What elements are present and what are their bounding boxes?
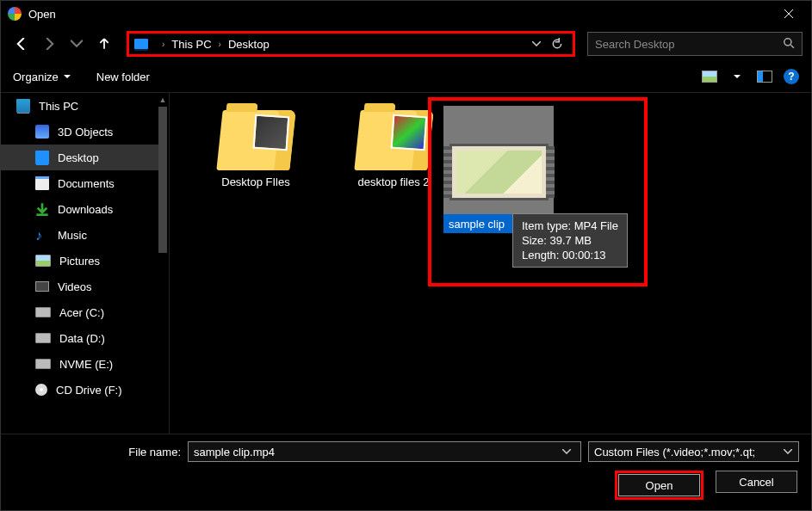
search-input[interactable]: Search Desktop (587, 32, 803, 56)
dialog-footer: File name: sample clip.mp4 Custom Files … (1, 434, 811, 510)
navigation-row: › This PC › Desktop Search Desktop (1, 27, 811, 61)
new-folder-button[interactable]: New folder (96, 71, 150, 83)
up-button[interactable] (92, 32, 116, 56)
chevron-icon: › (219, 40, 221, 49)
chrome-icon (8, 7, 22, 21)
sidebar-item-videos[interactable]: Videos (1, 274, 164, 299)
folder-icon (354, 110, 433, 170)
pictures-icon (35, 255, 51, 267)
open-dialog-window: Open › This PC › Desktop Search Desktop … (0, 0, 812, 511)
music-icon: ♪ (35, 228, 49, 242)
document-icon (35, 176, 49, 190)
filetype-select[interactable]: Custom Files (*.video;*.mov;*.qt; (588, 441, 799, 462)
view-mode-button[interactable] (699, 66, 720, 87)
sidebar-item-this-pc[interactable]: This PC (1, 93, 164, 119)
sidebar-item-pictures[interactable]: Pictures (1, 248, 164, 274)
back-button[interactable] (9, 32, 34, 56)
hdd-icon (35, 359, 51, 369)
filename-dropdown[interactable] (558, 449, 575, 454)
forward-button[interactable] (37, 32, 61, 56)
file-tooltip: Item type: MP4 File Size: 39.7 MB Length… (512, 213, 628, 268)
folder-icon (216, 110, 295, 170)
tooltip-length: Length: 00:00:13 (522, 249, 618, 262)
sidebar-item-desktop[interactable]: Desktop (1, 145, 164, 170)
svg-line-3 (790, 45, 794, 48)
toolbar: Organize New folder ? (1, 61, 811, 92)
breadcrumb-root[interactable]: This PC (171, 38, 211, 51)
sidebar-item-3d-objects[interactable]: 3D Objects (1, 119, 164, 145)
cube-icon (35, 125, 49, 139)
search-placeholder: Search Desktop (595, 38, 783, 51)
tooltip-type: Item type: MP4 File (522, 219, 618, 232)
sidebar-item-music[interactable]: ♪ Music (1, 222, 164, 248)
recent-dropdown[interactable] (65, 32, 89, 56)
hdd-icon (35, 333, 51, 343)
cancel-button[interactable]: Cancel (716, 471, 797, 493)
sidebar-scrollbar[interactable]: ▲ (157, 93, 169, 434)
sidebar-item-documents[interactable]: Documents (1, 170, 164, 196)
organize-menu[interactable]: Organize (13, 71, 71, 83)
refresh-button[interactable] (547, 34, 567, 54)
filename-label: File name: (13, 446, 181, 459)
sidebar-item-data-d[interactable]: Data (D:) (1, 325, 164, 351)
cd-icon (35, 384, 47, 396)
pc-icon (16, 99, 30, 113)
file-content-pane[interactable]: Desktop FIles desktop files 2 sample cli… (170, 93, 811, 434)
scrollbar-thumb[interactable] (158, 107, 167, 253)
title-bar: Open (1, 1, 811, 27)
address-dropdown[interactable] (526, 34, 547, 54)
close-button[interactable] (769, 1, 808, 27)
desktop-icon (35, 151, 49, 164)
help-button[interactable]: ? (775, 69, 799, 84)
scroll-up-icon[interactable]: ▲ (157, 93, 169, 107)
svg-point-2 (784, 38, 791, 45)
breadcrumb-folder[interactable]: Desktop (228, 38, 270, 51)
chevron-icon: › (162, 40, 164, 49)
filetype-dropdown-icon (779, 449, 797, 454)
sidebar-item-cd-f[interactable]: CD Drive (F:) (1, 377, 164, 403)
hdd-icon (35, 307, 51, 317)
sidebar-item-acer-c[interactable]: Acer (C:) (1, 299, 164, 325)
tooltip-size: Size: 39.7 MB (522, 234, 618, 247)
pc-icon (134, 39, 148, 49)
search-icon (783, 37, 795, 52)
address-bar[interactable]: › This PC › Desktop (127, 31, 575, 57)
sidebar-item-downloads[interactable]: Downloads (1, 196, 164, 222)
view-dropdown[interactable] (727, 66, 747, 87)
filename-input[interactable]: sample clip.mp4 (188, 441, 581, 462)
video-thumbnail-icon (449, 144, 549, 200)
folder-item-desktop-files[interactable]: Desktop FIles (204, 110, 307, 188)
sidebar-item-nvme-e[interactable]: NVME (E:) (1, 351, 164, 377)
navigation-sidebar: This PC 3D Objects Desktop Documents Dow… (1, 93, 170, 434)
videos-icon (35, 281, 49, 292)
dialog-body: This PC 3D Objects Desktop Documents Dow… (1, 92, 811, 434)
highlight-annotation: Open (615, 471, 704, 500)
download-icon (35, 202, 49, 216)
window-title: Open (28, 8, 769, 21)
open-button[interactable]: Open (618, 474, 700, 496)
preview-pane-button[interactable] (754, 66, 775, 87)
